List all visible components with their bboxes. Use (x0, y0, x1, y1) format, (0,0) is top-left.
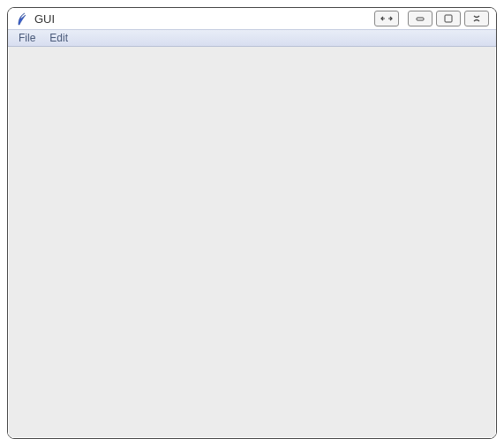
svg-rect-0 (417, 18, 424, 20)
menu-file[interactable]: File (11, 30, 42, 46)
close-button[interactable] (464, 11, 489, 26)
content-area (8, 47, 496, 438)
menu-edit[interactable]: Edit (42, 30, 75, 46)
window-controls (374, 11, 493, 26)
titlebar: GUI (8, 8, 496, 29)
expand-button[interactable] (374, 11, 399, 26)
application-window: GUI (7, 7, 497, 439)
menubar: File Edit (8, 29, 496, 47)
app-feather-icon (15, 11, 29, 26)
window-title: GUI (34, 12, 55, 26)
minimize-button[interactable] (408, 11, 433, 26)
maximize-button[interactable] (436, 11, 461, 26)
svg-rect-1 (445, 15, 452, 22)
